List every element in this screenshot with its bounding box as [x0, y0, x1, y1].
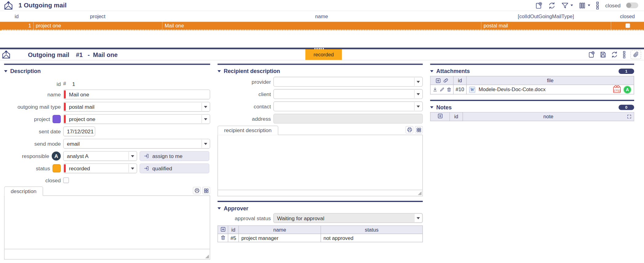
responsible-avatar: A — [52, 152, 61, 160]
closed-checkbox[interactable] — [63, 177, 69, 183]
new-record-icon[interactable] — [535, 2, 543, 9]
title-separator: - — [88, 51, 90, 58]
expand-grid-button[interactable] — [202, 187, 210, 194]
add-approver-button[interactable] — [220, 226, 225, 232]
attachments-panel-header[interactable]: Attachments 1 — [430, 65, 634, 75]
chevron-down-icon[interactable] — [414, 102, 422, 111]
send-mode-select[interactable]: email — [63, 139, 210, 149]
attachments-panel: Attachments 1 id — [430, 64, 634, 121]
row-closed-checkbox[interactable] — [625, 23, 630, 28]
provider-select[interactable] — [273, 77, 423, 87]
cell-id: 1 — [0, 22, 33, 30]
tab-description[interactable]: description — [4, 186, 43, 196]
columns-caret-icon — [588, 5, 590, 6]
page-title: 1 Outgoing mail — [18, 2, 66, 9]
chevron-down-icon[interactable] — [414, 78, 422, 86]
recipient-panel-title: Recipient description — [224, 68, 280, 74]
refresh-icon[interactable] — [548, 2, 556, 9]
chevron-down-icon[interactable] — [202, 115, 209, 123]
collapse-caret-icon — [218, 70, 221, 72]
column-header-id[interactable]: id — [0, 14, 33, 19]
attachments-col-file: file — [466, 76, 634, 85]
column-header-closed[interactable]: closed — [611, 14, 644, 19]
approver-col-id: id — [228, 226, 239, 234]
filter-icon[interactable] — [561, 2, 573, 9]
closed-toggle[interactable] — [626, 2, 638, 8]
recipient-panel-header[interactable]: Recipient description — [218, 65, 423, 75]
print-button[interactable] — [193, 187, 201, 194]
name-label: name — [47, 91, 61, 98]
notes-table: id note — [430, 112, 634, 121]
approval-status-select[interactable]: Waiting for approval — [273, 213, 423, 223]
cell-project: project one — [33, 22, 162, 30]
new-record-icon[interactable] — [588, 51, 595, 58]
link-attachment-button[interactable] — [443, 78, 449, 83]
attachment-button[interactable] — [630, 50, 641, 59]
contact-label: contact — [254, 103, 271, 109]
status-select[interactable]: recorded — [63, 164, 137, 173]
print-button[interactable] — [405, 126, 413, 133]
send-mode-label: send mode — [34, 141, 61, 147]
record-name: Mail one — [93, 51, 118, 58]
chevron-down-icon[interactable] — [202, 103, 209, 111]
save-icon[interactable] — [599, 51, 607, 58]
column-header-mail-type[interactable]: [colIdOutGoingMailType] — [481, 14, 611, 19]
client-select[interactable] — [273, 89, 423, 99]
refresh-icon[interactable] — [611, 51, 618, 58]
attachment-row[interactable]: #10 W Modele-Devis-Doc-Cote.docx 17/12 A — [430, 85, 634, 94]
edit-attachment-button[interactable] — [439, 87, 444, 92]
notes-panel-title: Notes — [436, 104, 452, 110]
name-input[interactable]: Mail one — [63, 90, 210, 99]
contact-select[interactable] — [273, 101, 423, 111]
sign-in-icon — [144, 153, 150, 159]
recipient-description-footer[interactable] — [218, 190, 423, 196]
more-menu-icon[interactable] — [622, 51, 626, 58]
column-header-project[interactable]: project — [33, 14, 162, 19]
chevron-down-icon[interactable] — [414, 214, 422, 222]
list-toolbar: closed — [535, 2, 644, 9]
description-footer[interactable] — [4, 249, 210, 259]
approver-cell-name: project manager — [239, 234, 321, 242]
approver-panel-header[interactable]: Approver — [218, 202, 423, 212]
qualified-button[interactable]: qualified — [139, 164, 209, 173]
expand-grid-button[interactable] — [415, 126, 423, 133]
recipient-description-textarea[interactable] — [218, 135, 423, 190]
tab-recipient-description[interactable]: recipient description — [218, 126, 278, 135]
client-label: client — [259, 91, 271, 97]
project-color-swatch — [53, 115, 61, 123]
column-header-name[interactable]: name — [162, 14, 481, 19]
mail-type-select[interactable]: postal mail — [63, 102, 210, 112]
resize-handle[interactable] — [418, 191, 421, 195]
attachments-table: id file — [430, 76, 634, 95]
assign-to-me-button[interactable]: assign to me — [139, 151, 209, 161]
chevron-down-icon[interactable] — [128, 164, 136, 172]
columns-icon[interactable] — [578, 2, 590, 9]
delete-approver-button[interactable] — [220, 235, 225, 240]
description-textarea[interactable] — [4, 196, 210, 249]
notes-count-badge: 0 — [618, 104, 634, 110]
address-label: address — [252, 115, 271, 122]
add-note-button[interactable] — [437, 113, 443, 119]
approver-row[interactable]: #5 project manager not approved — [218, 234, 422, 242]
chevron-down-icon[interactable] — [414, 90, 422, 98]
download-attachment-button[interactable] — [433, 87, 437, 92]
add-attachment-button[interactable] — [435, 78, 441, 83]
chevron-down-icon[interactable] — [128, 152, 136, 160]
sent-date-input[interactable]: 17/12/2021 — [63, 127, 95, 136]
closed-label: closed — [45, 177, 61, 183]
table-row[interactable]: 1 project one Mail one postal mail — [0, 22, 644, 30]
project-select[interactable]: project one — [63, 114, 210, 124]
resize-handle[interactable] — [205, 255, 209, 258]
description-panel-header[interactable]: Description — [4, 65, 210, 75]
responsible-select[interactable]: analyst A — [63, 151, 137, 161]
delete-attachment-button[interactable] — [446, 87, 451, 92]
chevron-down-icon[interactable] — [202, 140, 209, 148]
notes-panel-header[interactable]: Notes 0 — [430, 101, 634, 111]
more-menu-icon[interactable] — [596, 2, 600, 9]
mail-type-label: outgoing mail type — [18, 104, 61, 110]
collapse-caret-icon — [430, 70, 433, 72]
attachment-filename[interactable]: Modele-Devis-Doc-Cote.docx — [479, 87, 546, 92]
cell-name: Mail one — [162, 22, 481, 30]
project-label: project — [34, 116, 50, 122]
notes-fullscreen-button[interactable] — [627, 114, 632, 119]
